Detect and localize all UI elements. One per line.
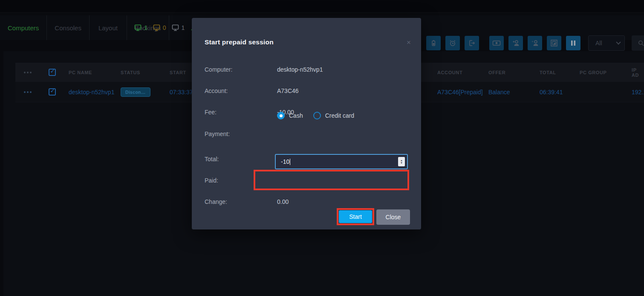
total-label: Total:	[205, 156, 219, 163]
alarm-button[interactable]	[445, 36, 460, 50]
search-icon	[638, 40, 644, 46]
payment-options: Cash Credit card	[277, 112, 354, 119]
paid-input[interactable]: -10 ▲▼	[275, 154, 408, 169]
paid-input-value: -10	[281, 158, 289, 165]
close-button[interactable]: Close	[376, 209, 410, 225]
header-pc-group: PC GROUP	[580, 63, 606, 82]
close-icon[interactable]: ×	[405, 37, 413, 49]
change-label: Change:	[205, 198, 227, 205]
cash-payment-button[interactable]	[489, 36, 504, 50]
header-pc-name: PC NAME	[69, 63, 92, 82]
account-label: Account:	[205, 87, 228, 94]
payment-label: Payment:	[205, 131, 230, 137]
radio-credit-card[interactable]: Credit card	[313, 112, 354, 119]
app-window: Computers Consoles Layout Bookings 1	[0, 0, 644, 296]
pause-button[interactable]	[566, 36, 580, 50]
counter-warning: 0	[153, 24, 166, 31]
radio-unselected-icon	[313, 112, 321, 119]
header-start: START	[170, 63, 186, 82]
battery-icon	[430, 39, 437, 47]
window-titlebar	[0, 0, 644, 13]
computer-value: desktop-n52hvp1	[277, 66, 323, 73]
counter-warning-value: 0	[163, 24, 166, 31]
monitor-online-icon	[134, 24, 143, 31]
header-status: STATUS	[121, 63, 140, 82]
computer-label: Computer:	[205, 66, 232, 73]
paid-label: Paid:	[205, 177, 218, 184]
search-button[interactable]	[632, 35, 644, 51]
select-all-checkbox[interactable]: ✓	[49, 63, 56, 82]
add-guest-button[interactable]: +	[528, 36, 542, 50]
battery-button[interactable]	[426, 36, 441, 50]
header-total: TOTAL	[540, 63, 556, 82]
row-menu-dots[interactable]	[24, 82, 32, 102]
header-offer: OFFER	[488, 63, 505, 82]
tab-layout[interactable]: Layout	[90, 15, 127, 40]
counter-offline: 1	[172, 24, 185, 31]
dialog-title: Start prepaid session	[205, 38, 274, 46]
header-menu-dots[interactable]	[24, 63, 32, 82]
cell-total: 06:39:41	[540, 82, 563, 102]
logout-button[interactable]	[465, 36, 479, 50]
group-filter-select[interactable]: All	[588, 35, 625, 51]
add-member-button[interactable]: ★	[508, 36, 523, 50]
header-ip-address: IP AD	[632, 63, 644, 82]
fee-label: Fee:	[205, 109, 217, 116]
change-value: 0.00	[277, 198, 289, 205]
user-star-icon: ★	[511, 39, 520, 47]
cell-pc-name[interactable]: desktop-n52hvp1	[69, 82, 114, 102]
counter-online: 1	[134, 24, 147, 31]
cell-ip-address: 192.16	[632, 82, 644, 102]
start-prepaid-session-dialog: Start prepaid session × Computer: deskto…	[192, 18, 421, 229]
svg-text:+: +	[531, 40, 534, 44]
row-checkbox[interactable]: ✓	[49, 82, 56, 102]
counter-offline-value: 1	[182, 24, 185, 31]
header-account: ACCOUNT	[437, 63, 462, 82]
number-stepper[interactable]: ▲▼	[398, 157, 405, 166]
alarm-clock-icon	[449, 39, 456, 47]
annotation-box-paid-input	[254, 170, 409, 190]
tab-consoles[interactable]: Consoles	[47, 15, 90, 40]
text-caret	[290, 159, 290, 165]
status-badge: Discon…	[121, 87, 150, 97]
monitor-warning-icon	[153, 24, 162, 31]
group-filter-value: All	[595, 40, 602, 46]
cell-start-time: 07:33:37	[170, 82, 193, 102]
counter-online-value: 1	[144, 24, 147, 31]
radio-cash-label: Cash	[289, 112, 303, 119]
apps-button[interactable]	[547, 36, 561, 50]
start-button[interactable]: Start	[339, 210, 372, 223]
account-value: A73C46	[277, 87, 299, 94]
user-plus-icon: +	[531, 39, 539, 47]
radio-selected-icon	[277, 112, 285, 119]
radio-credit-card-label: Credit card	[325, 112, 354, 119]
cell-offer: Balance	[488, 82, 510, 102]
app-window-icon	[550, 39, 558, 47]
cell-account: A73C46[Prepaid]	[437, 82, 483, 102]
chevron-down-icon	[616, 40, 621, 44]
banknote-icon	[492, 40, 501, 46]
logout-icon	[468, 39, 476, 47]
svg-text:★: ★	[512, 40, 515, 43]
cell-status: Discon…	[121, 82, 150, 102]
tab-computers[interactable]: Computers	[0, 15, 47, 40]
radio-cash[interactable]: Cash	[277, 112, 303, 119]
pause-icon	[570, 40, 576, 46]
monitor-offline-icon	[172, 24, 180, 31]
